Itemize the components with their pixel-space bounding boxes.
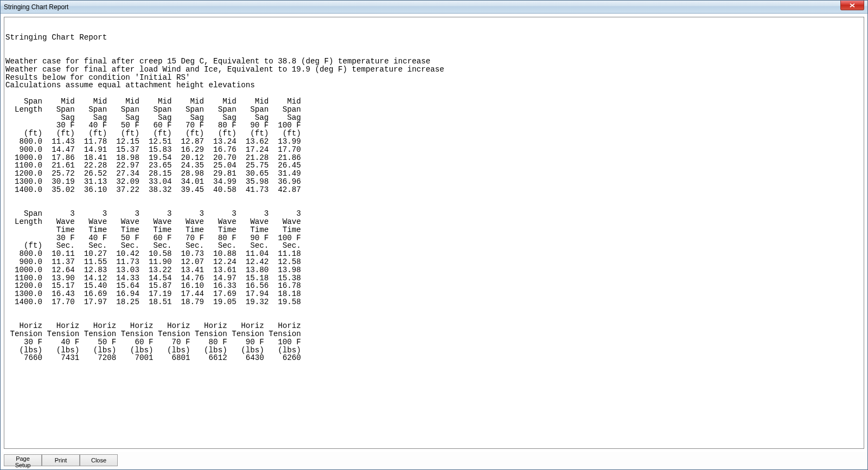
window-title: Stringing Chart Report (4, 3, 68, 11)
page-setup-button[interactable]: Page Setup (4, 454, 42, 466)
report-text: Stringing Chart Report Weather case for … (5, 17, 863, 378)
close-icon (850, 3, 855, 8)
report-scroll-area[interactable]: Stringing Chart Report Weather case for … (4, 17, 864, 448)
button-bar: Page Setup Print Close (1, 452, 867, 469)
close-button[interactable]: Close (80, 454, 118, 466)
window-close-button[interactable] (840, 1, 864, 10)
titlebar-controls (840, 1, 867, 13)
titlebar: Stringing Chart Report (1, 1, 867, 14)
print-button[interactable]: Print (42, 454, 80, 466)
content-frame: Stringing Chart Report Weather case for … (4, 17, 864, 449)
report-window: Stringing Chart Report Stringing Chart R… (0, 0, 868, 470)
